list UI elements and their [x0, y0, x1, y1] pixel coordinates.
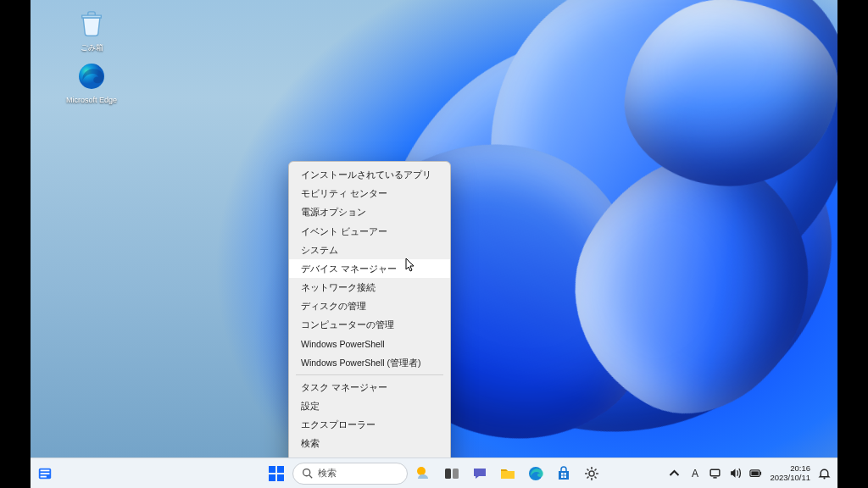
windows-logo-icon [268, 465, 285, 482]
gear-icon [583, 465, 600, 482]
desktop-icon-label: ごみ箱 [59, 43, 124, 53]
clock-date: 2023/10/11 [770, 474, 810, 482]
folder-icon [499, 465, 516, 482]
svg-rect-4 [41, 475, 47, 477]
taskbar-chat[interactable] [468, 462, 492, 485]
menu-item-disk-management[interactable]: ディスクの管理 [289, 297, 450, 315]
svg-rect-18 [565, 475, 567, 478]
svg-rect-12 [445, 469, 451, 479]
menu-item-network-connections[interactable]: ネットワーク接続 [289, 278, 450, 297]
desktop-icon-edge[interactable]: Microsoft Edge [59, 59, 124, 105]
tray-notifications-icon[interactable] [818, 467, 831, 480]
svg-rect-6 [277, 466, 284, 473]
start-button[interactable] [264, 462, 288, 485]
svg-rect-17 [561, 475, 564, 478]
svg-rect-20 [711, 469, 721, 476]
task-view-icon [443, 465, 460, 482]
menu-item-device-manager[interactable]: デバイス マネージャー [289, 259, 450, 278]
menu-item-mobility-center[interactable]: モビリティ センター [289, 184, 450, 202]
menu-separator [296, 374, 443, 375]
svg-rect-23 [752, 471, 759, 475]
system-tray: A 20:16 2023/10/11 [668, 464, 831, 482]
svg-rect-15 [561, 473, 564, 475]
taskbar-file-explorer[interactable] [496, 462, 520, 485]
svg-rect-5 [269, 466, 275, 473]
taskbar-settings[interactable] [580, 462, 604, 485]
desktop[interactable]: ごみ箱 Microsoft Edge インストールされているアプリ モビリティ … [31, 0, 837, 488]
taskbar-edge[interactable] [524, 462, 548, 485]
svg-rect-24 [760, 472, 761, 475]
store-icon [555, 465, 572, 482]
svg-rect-7 [269, 474, 275, 481]
svg-point-25 [823, 477, 825, 479]
taskbar-widgets[interactable] [412, 462, 436, 485]
edge-icon [527, 465, 544, 482]
svg-rect-16 [565, 473, 567, 475]
svg-rect-2 [41, 469, 50, 471]
tray-ime[interactable]: A [688, 467, 701, 480]
recycle-bin-icon [75, 7, 108, 41]
tray-chevron-up[interactable] [668, 467, 681, 480]
menu-item-event-viewer[interactable]: イベント ビューアー [289, 222, 450, 241]
svg-point-19 [589, 471, 594, 476]
clock-time: 20:16 [770, 464, 810, 473]
menu-item-search[interactable]: 検索 [289, 434, 450, 452]
power-user-menu: インストールされているアプリ モビリティ センター 電源オプション イベント ビ… [288, 161, 451, 488]
svg-point-11 [417, 467, 426, 475]
menu-item-installed-apps[interactable]: インストールされているアプリ [289, 165, 450, 184]
svg-rect-3 [41, 473, 50, 474]
taskbar-center: 検索 [264, 462, 604, 485]
edge-icon [75, 59, 108, 93]
search-placeholder: 検索 [318, 467, 337, 480]
menu-item-system[interactable]: システム [289, 241, 450, 259]
tray-network-icon[interactable] [709, 467, 721, 480]
taskbar: 検索 A [31, 458, 837, 488]
svg-point-9 [303, 469, 310, 476]
taskbar-store[interactable] [552, 462, 576, 485]
widgets-icon [415, 465, 432, 482]
svg-rect-13 [453, 469, 459, 479]
menu-item-powershell-admin[interactable]: Windows PowerShell (管理者) [289, 353, 450, 372]
chat-icon [471, 465, 488, 482]
menu-item-power-options[interactable]: 電源オプション [289, 202, 450, 221]
taskbar-task-view[interactable] [440, 462, 464, 485]
menu-item-task-manager[interactable]: タスク マネージャー [289, 378, 450, 396]
desktop-icon-recycle-bin[interactable]: ごみ箱 [59, 7, 124, 53]
taskbar-corner-widget[interactable] [37, 466, 53, 481]
menu-item-settings[interactable]: 設定 [289, 396, 450, 415]
menu-item-computer-management[interactable]: コンピューターの管理 [289, 315, 450, 334]
desktop-icon-label: Microsoft Edge [59, 96, 124, 105]
search-icon [302, 468, 313, 479]
tray-clock[interactable]: 20:16 2023/10/11 [770, 464, 810, 482]
menu-item-explorer[interactable]: エクスプローラー [289, 415, 450, 434]
svg-rect-8 [277, 474, 284, 481]
tray-battery-icon[interactable] [749, 467, 762, 480]
menu-item-powershell[interactable]: Windows PowerShell [289, 335, 450, 353]
taskbar-search[interactable]: 検索 [292, 463, 408, 485]
tray-volume-icon[interactable] [729, 467, 742, 480]
svg-line-10 [309, 475, 312, 478]
